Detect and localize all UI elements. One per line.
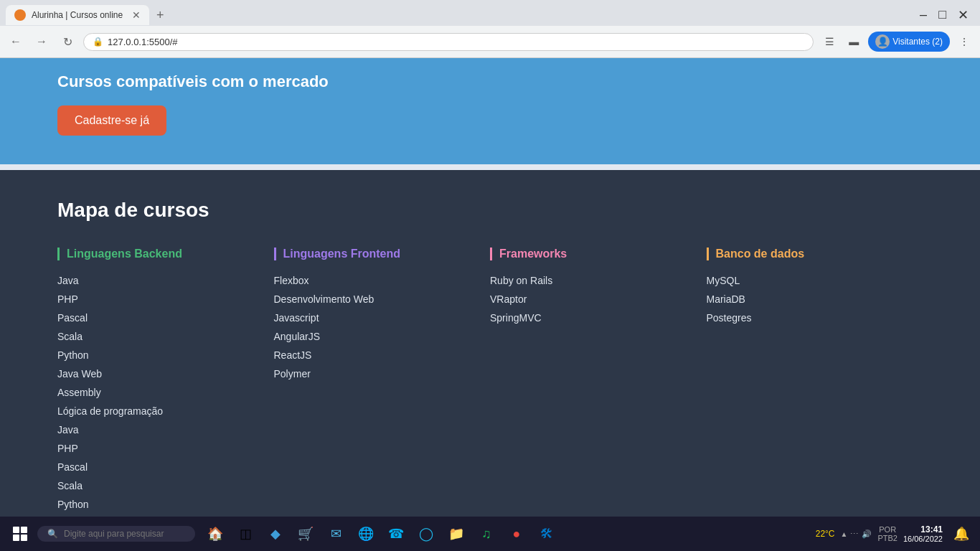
taskbar-skype-icon[interactable]: ☎ (382, 519, 410, 548)
list-item[interactable]: AngularJS (274, 331, 476, 342)
list-item[interactable]: PHP (57, 443, 260, 454)
course-columns: Linguagens BackendJavaPHPPascalScalaPyth… (57, 248, 923, 551)
profile-avatar: 👤 (875, 34, 890, 49)
course-column-frameworks: FrameworksRuby on RailsVRaptorSpringMVC (490, 248, 707, 551)
page-content: Cursos compatíveis com o mercado Cadastr… (0, 58, 980, 551)
list-item[interactable]: VRaptor (490, 293, 692, 305)
taskbar-wifi-icon: ⋅⋅⋅ (850, 529, 859, 539)
taskbar-up-arrow[interactable]: ▲ (841, 530, 848, 538)
list-item[interactable]: Desenvolvimento Web (274, 293, 476, 305)
windows-icon (13, 527, 27, 541)
course-map-section: Mapa de cursos Linguagens BackendJavaPHP… (0, 170, 980, 551)
browser-chrome: Alurinha | Cursos online ✕ + – □ ✕ ← → ↻… (0, 0, 980, 58)
taskbar-weather: 22°C (816, 529, 835, 539)
url-bar[interactable]: 🔒 127.0.0.1:5500/# (83, 33, 814, 51)
list-item[interactable]: Ruby on Rails (490, 275, 692, 286)
list-item[interactable]: Lógica de programação (57, 405, 260, 417)
list-item[interactable]: Pascal (57, 461, 260, 473)
bookmark-icon[interactable]: ☰ (819, 32, 839, 52)
list-item[interactable]: Python (57, 349, 260, 361)
profile-button[interactable]: 👤 Visitantes (2) (868, 32, 950, 52)
list-item[interactable]: Pascal (57, 312, 260, 324)
taskbar-edge2-icon[interactable]: 🌐 (352, 519, 380, 548)
list-item[interactable]: Scala (57, 331, 260, 342)
taskbar-mail-icon[interactable]: ✉ (321, 519, 350, 548)
column-title-backend: Linguagens Backend (57, 248, 260, 260)
taskbar-explorer-icon[interactable]: 📁 (442, 519, 471, 548)
list-item[interactable]: Java (57, 275, 260, 286)
search-icon: 🔍 (47, 529, 58, 539)
list-item[interactable]: Javascript (274, 312, 476, 324)
list-item[interactable]: Assembly (57, 387, 260, 398)
column-title-frontend: Linguagens Frontend (274, 248, 476, 260)
column-title-db: Banco de dados (707, 248, 909, 260)
url-text: 127.0.0.1:5500/# (108, 37, 178, 47)
hero-subtitle: Cursos compatíveis com o mercado (57, 72, 923, 91)
taskbar-search-bar[interactable]: 🔍 (37, 526, 195, 542)
maximize-icon[interactable]: □ (938, 7, 946, 23)
reload-button[interactable]: ↻ (57, 32, 77, 52)
active-tab[interactable]: Alurinha | Cursos online ✕ (6, 5, 149, 25)
course-column-db: Banco de dadosMySQLMariaDBPostegres (707, 248, 923, 551)
close-window-icon[interactable]: ✕ (958, 7, 969, 23)
taskbar-volume-icon[interactable]: 🔊 (862, 529, 872, 539)
minimize-icon[interactable]: – (920, 7, 927, 23)
tab-close-button[interactable]: ✕ (132, 9, 141, 21)
taskbar-notification-icon[interactable]: 🔔 (948, 521, 974, 547)
list-item[interactable]: SpringMVC (490, 312, 692, 324)
tab-bar: Alurinha | Cursos online ✕ + – □ ✕ (0, 0, 980, 26)
taskbar-edge-icon[interactable]: ◆ (261, 519, 290, 548)
column-title-frameworks: Frameworks (490, 248, 692, 260)
course-column-backend: Linguagens BackendJavaPHPPascalScalaPyth… (57, 248, 274, 551)
address-bar: ← → ↻ 🔒 127.0.0.1:5500/# ☰ ▬ 👤 Visitante… (0, 26, 980, 57)
taskbar-chrome-icon[interactable]: ● (502, 519, 531, 548)
taskbar-search-input[interactable] (64, 529, 179, 539)
forward-button[interactable]: → (32, 32, 52, 52)
course-list-frontend: FlexboxDesenvolvimento WebJavascriptAngu… (274, 275, 476, 380)
tab-favicon (14, 9, 26, 21)
list-item[interactable]: MariaDB (707, 293, 909, 305)
list-item[interactable]: Postegres (707, 312, 909, 324)
separator (0, 164, 980, 170)
lock-icon: 🔒 (93, 37, 103, 47)
taskbar-sys-icons: ▲ ⋅⋅⋅ 🔊 (841, 529, 872, 539)
section-title: Mapa de cursos (57, 199, 923, 222)
taskbar-spotify-icon[interactable]: ♫ (472, 519, 501, 548)
course-column-frontend: Linguagens FrontendFlexboxDesenvolviment… (274, 248, 491, 551)
window-controls: – □ ✕ (920, 7, 974, 23)
taskbar-time: 13:41 (903, 524, 943, 534)
course-list-frameworks: Ruby on RailsVRaptorSpringMVC (490, 275, 692, 324)
list-item[interactable]: MySQL (707, 275, 909, 286)
tab-title: Alurinha | Cursos online (32, 10, 123, 20)
list-item[interactable]: ReactJS (274, 349, 476, 361)
back-button[interactable]: ← (6, 32, 26, 52)
hero-section: Cursos compatíveis com o mercado Cadastr… (0, 58, 980, 164)
cta-button[interactable]: Cadastre-se já (57, 105, 166, 136)
taskbar-store-icon[interactable]: 🛒 (291, 519, 320, 548)
list-item[interactable]: Java Web (57, 368, 260, 380)
course-list-db: MySQLMariaDBPostegres (707, 275, 909, 324)
browser-menu-icons: ☰ ▬ 👤 Visitantes (2) ⋮ (819, 32, 974, 52)
visitors-label: Visitantes (2) (892, 37, 943, 47)
list-item[interactable]: Python (57, 499, 260, 510)
taskbar-right: 22°C ▲ ⋅⋅⋅ 🔊 POR PTB2 13:41 16/06/2022 🔔 (816, 521, 974, 547)
taskbar-cortana-icon[interactable]: 🏠 (201, 519, 230, 548)
taskbar-date: 16/06/2022 (903, 534, 943, 543)
taskbar: 🔍 🏠 ◫ ◆ 🛒 ✉ 🌐 ☎ ◯ 📁 ♫ ● 🛠 22°C ▲ ⋅⋅⋅ 🔊 P… (0, 517, 980, 551)
list-item[interactable]: Flexbox (274, 275, 476, 286)
list-item[interactable]: Polymer (274, 368, 476, 380)
list-item[interactable]: Scala (57, 480, 260, 491)
taskbar-vscode-icon[interactable]: 🛠 (532, 519, 561, 548)
extensions-icon[interactable]: ▬ (844, 32, 864, 52)
taskbar-clock[interactable]: 13:41 16/06/2022 (903, 524, 943, 543)
list-item[interactable]: PHP (57, 293, 260, 305)
taskbar-ie-icon[interactable]: ◯ (412, 519, 440, 548)
taskbar-app-icons: 🏠 ◫ ◆ 🛒 ✉ 🌐 ☎ ◯ 📁 ♫ ● 🛠 (201, 519, 561, 548)
new-tab-button[interactable]: + (154, 8, 167, 23)
list-item[interactable]: Java (57, 424, 260, 435)
taskbar-task-view-icon[interactable]: ◫ (231, 519, 260, 548)
start-button[interactable] (6, 519, 34, 548)
chrome-menu-icon[interactable]: ⋮ (954, 32, 974, 52)
taskbar-lang2: PTB2 (877, 534, 897, 542)
taskbar-lang: POR (879, 525, 896, 534)
